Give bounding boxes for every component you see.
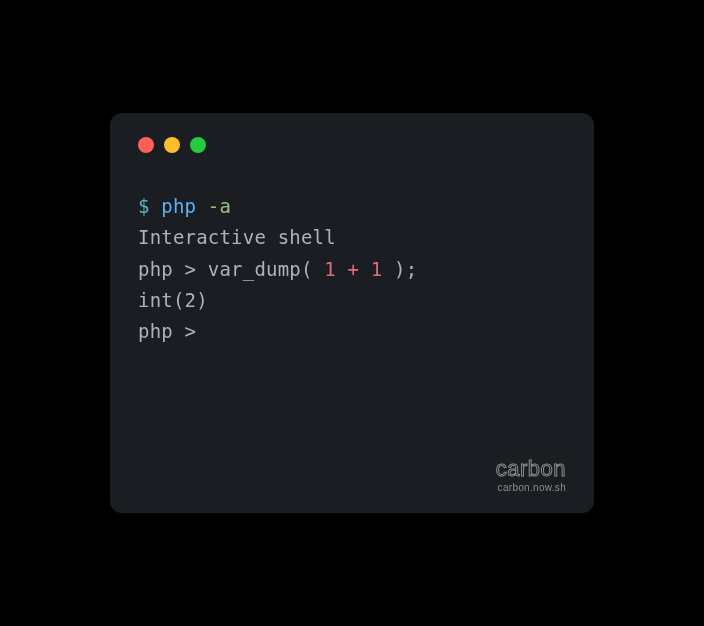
flag-a: -a: [208, 195, 231, 217]
watermark-url: carbon.now.sh: [496, 482, 566, 493]
var-dump-close: );: [382, 258, 417, 280]
code-line-6: php >: [138, 316, 566, 347]
plus-operator: +: [348, 258, 360, 280]
command-php: php: [161, 195, 208, 217]
var-dump-open: var_dump(: [208, 258, 324, 280]
shell-prompt: $: [138, 195, 161, 217]
number-literal: 1: [371, 258, 383, 280]
code-line-4: php > var_dump( 1 + 1 );: [138, 254, 566, 285]
code-block: $ php -a Interactive shell php > var_dum…: [138, 191, 566, 348]
code-line-5: int(2): [138, 285, 566, 316]
php-prompt: php >: [138, 258, 208, 280]
minimize-icon[interactable]: [164, 137, 180, 153]
code-line-1: $ php -a: [138, 191, 566, 222]
watermark: carbon carbon.now.sh: [496, 458, 566, 493]
number-literal: 1: [324, 258, 336, 280]
code-line-2: Interactive shell: [138, 222, 566, 253]
watermark-title: carbon: [496, 458, 566, 480]
maximize-icon[interactable]: [190, 137, 206, 153]
code-window: $ php -a Interactive shell php > var_dum…: [110, 113, 594, 513]
traffic-lights: [138, 137, 566, 153]
close-icon[interactable]: [138, 137, 154, 153]
